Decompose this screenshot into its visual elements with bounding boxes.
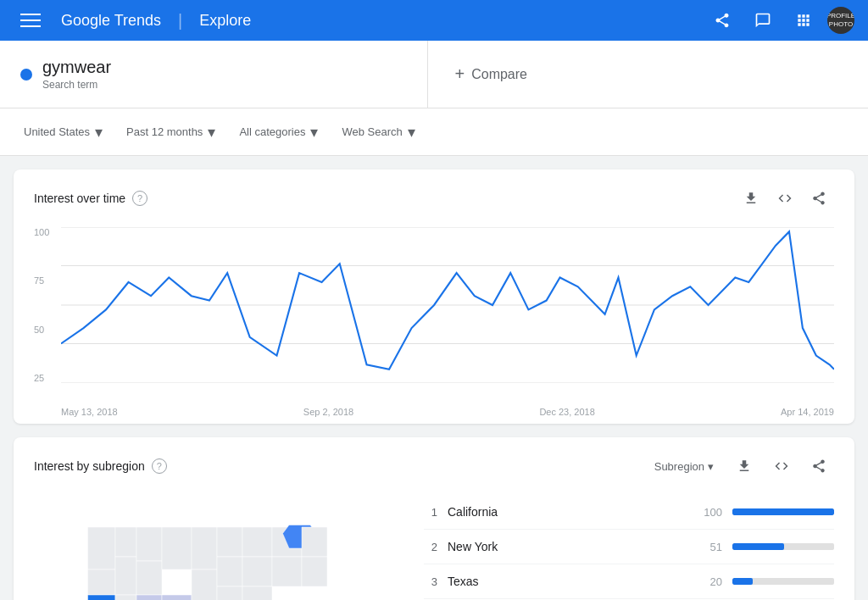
- rank-3-bar: [732, 578, 753, 585]
- interest-over-time-card: Interest over time ? 100 75 50: [14, 169, 854, 424]
- header-explore: Explore: [199, 12, 251, 30]
- rank-1-bar-wrap: [732, 508, 834, 515]
- svg-rect-1: [20, 19, 41, 21]
- filters-bar: United States ▾ Past 12 months ▾ All cat…: [0, 108, 868, 156]
- rank-3-val: 20: [695, 575, 722, 588]
- subregion-type-label: Subregion: [654, 460, 704, 473]
- iot-embed-button[interactable]: [770, 183, 800, 214]
- category-filter[interactable]: All categories ▾: [229, 116, 328, 148]
- svg-marker-11: [115, 527, 136, 557]
- x-label-1: May 13, 2018: [61, 407, 118, 417]
- iot-card-actions: [736, 183, 834, 214]
- search-area: gymwear Search term + Compare: [0, 41, 868, 108]
- header-actions: PROFILEPHOTO: [705, 3, 854, 37]
- search-type-filter[interactable]: Web Search ▾: [331, 116, 425, 148]
- compare-box[interactable]: + Compare: [428, 41, 869, 108]
- chart-container: 100 75 50 25 May 13: [14, 220, 854, 424]
- iot-download-button[interactable]: [736, 183, 766, 214]
- rank-1-name: California: [448, 505, 685, 519]
- rank-2-val: 51: [695, 541, 722, 553]
- region-filter[interactable]: United States ▾: [14, 116, 113, 148]
- subregion-content: 1 California 100 2 New York 51 3: [14, 488, 854, 600]
- us-map: [81, 502, 336, 600]
- rank-2-bar-wrap: [732, 543, 834, 550]
- ibs-share-button[interactable]: [804, 451, 834, 481]
- subregion-arrow-icon: ▾: [708, 460, 714, 473]
- period-arrow-icon: ▾: [208, 123, 215, 142]
- card-title-row-ibs: Interest by subregion ?: [34, 458, 167, 474]
- svg-marker-20: [192, 569, 217, 600]
- apps-button[interactable]: [787, 3, 821, 37]
- search-type-arrow-icon: ▾: [408, 123, 415, 142]
- svg-marker-12: [115, 557, 136, 595]
- x-label-3: Dec 23, 2018: [539, 407, 594, 417]
- y-label-25: 25: [34, 373, 49, 383]
- ibs-help-icon[interactable]: ?: [152, 458, 167, 474]
- menu-button[interactable]: [14, 3, 47, 37]
- search-type-label: Web Search: [342, 125, 402, 138]
- rank-1-val: 100: [695, 506, 722, 519]
- feedback-button[interactable]: [746, 3, 780, 37]
- svg-marker-14: [136, 527, 162, 561]
- ranking-row-2: 2 New York 51: [424, 530, 834, 564]
- rank-2-num: 2: [424, 541, 437, 553]
- svg-marker-17: [162, 595, 192, 600]
- svg-marker-25: [242, 557, 272, 586]
- search-term-box: gymwear Search term: [0, 41, 428, 108]
- period-label: Past 12 months: [126, 125, 203, 138]
- ranking-row-1: 1 California 100: [424, 495, 834, 530]
- period-filter[interactable]: Past 12 months ▾: [116, 116, 225, 148]
- svg-marker-15: [136, 561, 162, 595]
- svg-marker-24: [242, 527, 272, 557]
- avatar[interactable]: PROFILEPHOTO: [827, 7, 854, 34]
- main-content: Interest over time ? 100 75 50: [0, 156, 868, 600]
- rankings-container: 1 California 100 2 New York 51 3: [403, 488, 854, 600]
- ranking-row-3: 3 Texas 20: [424, 564, 834, 599]
- y-label-50: 50: [34, 325, 49, 335]
- iot-help-icon[interactable]: ?: [132, 191, 147, 206]
- subregion-filter-row: Subregion ▾: [646, 451, 834, 481]
- svg-marker-9: [88, 569, 116, 595]
- y-label-75: 75: [34, 275, 49, 286]
- term-type: Search term: [42, 79, 111, 91]
- category-label: All categories: [239, 125, 305, 138]
- category-arrow-icon: ▾: [310, 123, 318, 142]
- iot-share-button[interactable]: [804, 183, 834, 214]
- svg-marker-13: [115, 595, 136, 600]
- rank-3-name: Texas: [448, 575, 685, 588]
- share-button[interactable]: [705, 3, 739, 37]
- term-dot: [20, 69, 32, 81]
- svg-marker-18: [162, 527, 192, 569]
- rank-3-bar-wrap: [732, 578, 834, 585]
- region-arrow-icon: ▾: [95, 123, 103, 142]
- card-title-row-iot: Interest over time ?: [34, 191, 147, 206]
- svg-marker-19: [192, 527, 217, 569]
- svg-rect-2: [20, 25, 41, 27]
- card-header-iot: Interest over time ?: [14, 169, 854, 220]
- ibs-download-button[interactable]: [729, 451, 760, 481]
- term-name: gymwear: [42, 58, 111, 77]
- chart-svg: [61, 227, 834, 383]
- rank-2-name: New York: [448, 540, 685, 553]
- ibs-embed-button[interactable]: [766, 451, 797, 481]
- header-divider: |: [178, 11, 182, 31]
- svg-marker-30: [302, 527, 327, 557]
- x-label-4: Apr 14, 2019: [781, 407, 834, 417]
- svg-marker-31: [302, 557, 327, 586]
- svg-marker-26: [242, 586, 272, 600]
- chart-svg-wrap: [61, 227, 834, 383]
- subregion-type-filter[interactable]: Subregion ▾: [646, 455, 722, 478]
- app-header: Google Trends | Explore PROFILEPHOTO: [0, 0, 868, 41]
- chart-x-labels: May 13, 2018 Sep 2, 2018 Dec 23, 2018 Ap…: [61, 407, 834, 417]
- iot-title: Interest over time: [34, 192, 125, 205]
- svg-marker-21: [217, 527, 242, 557]
- region-label: United States: [24, 125, 90, 138]
- map-container: [14, 488, 403, 600]
- compare-plus-icon: +: [455, 64, 465, 84]
- svg-marker-10: [88, 595, 116, 600]
- ibs-title: Interest by subregion: [34, 459, 145, 473]
- y-label-100: 100: [34, 227, 49, 237]
- rank-1-bar: [732, 508, 834, 515]
- compare-label: Compare: [471, 67, 527, 82]
- interest-by-subregion-card: Interest by subregion ? Subregion ▾: [14, 437, 854, 600]
